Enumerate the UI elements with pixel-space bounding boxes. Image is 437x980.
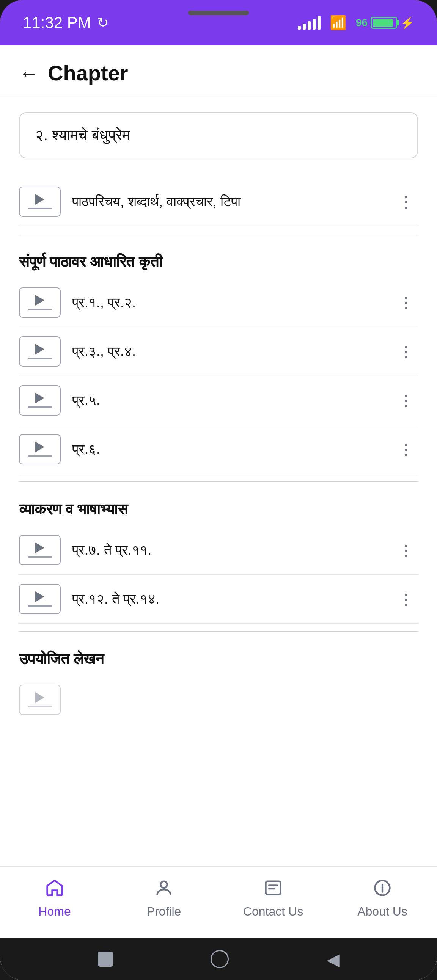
recents-button[interactable]: [98, 951, 113, 967]
svg-point-0: [161, 881, 167, 888]
section1-item-1: प्र.१., प्र.२. ⋮: [19, 278, 418, 327]
video-thumbnail-s1-1[interactable]: [19, 287, 61, 318]
nav-contact[interactable]: Contact Us: [218, 874, 328, 923]
section-heading-2: व्याकरण व भाषाभ्यास: [19, 490, 418, 526]
nav-home-label: Home: [38, 905, 70, 919]
chapter-card: २. श्यामचे बंधुप्रेम: [19, 112, 418, 159]
video-thumbnail-s1-3[interactable]: [19, 385, 61, 415]
screen: ← Chapter २. श्यामचे बंधुप्रेम पाठपरिचय,…: [0, 46, 437, 980]
divider-3: [19, 631, 418, 632]
back-button[interactable]: ←: [19, 63, 39, 83]
battery-percent: 96: [356, 17, 368, 29]
more-options-button-s2-1[interactable]: ⋮: [394, 538, 418, 562]
status-icons: 📶 96 ⚡: [298, 15, 414, 31]
divider-2: [19, 482, 418, 482]
more-options-button[interactable]: ⋮: [394, 190, 418, 213]
video-label: पाठपरिचय, शब्दार्थ, वाक्प्रचार, टिपा: [72, 194, 394, 210]
video-thumb-line: [28, 406, 52, 408]
bottom-nav: Home Profile: [0, 866, 437, 938]
nav-contact-label: Contact Us: [243, 905, 303, 919]
nav-home[interactable]: Home: [0, 874, 109, 923]
battery-icon: [371, 17, 397, 29]
nav-about[interactable]: About Us: [328, 874, 437, 923]
nav-profile-label: Profile: [147, 905, 181, 919]
video-thumb-line: [28, 605, 52, 606]
section2-item-1: प्र.७. ते प्र.११. ⋮: [19, 526, 418, 575]
video-thumb-line: [28, 556, 52, 558]
video-thumbnail-s3-partial[interactable]: [19, 685, 61, 715]
play-icon: [35, 592, 45, 602]
wifi-icon: 📶: [330, 15, 347, 31]
video-item: पाठपरिचय, शब्दार्थ, वाक्प्रचार, टिपा ⋮: [19, 177, 418, 226]
section2-item-2: प्र.१२. ते प्र.१४. ⋮: [19, 575, 418, 624]
charging-icon: ⚡: [400, 16, 414, 30]
chapter-card-text: २. श्यामचे बंधुप्रेम: [35, 127, 130, 143]
signal-bar-2: [303, 24, 306, 30]
signal-bar-1: [298, 26, 301, 30]
signal-bar-3: [308, 21, 311, 30]
signal-bar-5: [317, 16, 321, 30]
more-options-button-s1-3[interactable]: ⋮: [394, 388, 418, 412]
play-icon: [35, 393, 45, 403]
divider-1: [19, 234, 418, 234]
play-icon: [35, 194, 45, 205]
home-button[interactable]: [211, 950, 229, 968]
time-label: 11:32 PM: [23, 14, 91, 32]
play-icon: [35, 442, 45, 452]
play-icon: [35, 692, 45, 703]
back-system-button[interactable]: ◀: [327, 950, 340, 969]
video-thumbnail-s1-4[interactable]: [19, 434, 61, 465]
profile-icon: [154, 878, 174, 901]
app-header: ← Chapter: [0, 46, 437, 97]
section-heading-3: उपयोजित लेखन: [19, 639, 418, 676]
video-thumb-line: [28, 309, 52, 310]
top-indicator: [188, 11, 249, 15]
phone-inner: 11:32 PM ↻ 📶 96 ⚡: [0, 0, 437, 980]
video-thumbnail-s2-2[interactable]: [19, 584, 61, 614]
phone-frame: 11:32 PM ↻ 📶 96 ⚡: [0, 0, 437, 980]
signal-icon: [298, 16, 321, 30]
video-thumbnail-s2-1[interactable]: [19, 535, 61, 565]
nav-about-label: About Us: [357, 905, 407, 919]
video-label-s1-2: प्र.३., प्र.४.: [72, 344, 394, 360]
play-icon: [35, 344, 45, 355]
home-icon: [45, 878, 64, 901]
more-options-button-s2-2[interactable]: ⋮: [394, 587, 418, 611]
video-thumbnail[interactable]: [19, 186, 61, 217]
video-thumb-line: [28, 358, 52, 359]
video-thumb-line: [28, 706, 52, 708]
video-label-s2-1: प्र.७. ते प्र.११.: [72, 542, 394, 558]
section1-item-2: प्र.३., प्र.४. ⋮: [19, 327, 418, 376]
system-nav: ◀: [0, 938, 437, 980]
scroll-content: २. श्यामचे बंधुप्रेम पाठपरिचय, शब्दार्थ,…: [0, 97, 437, 866]
more-options-button-s1-1[interactable]: ⋮: [394, 291, 418, 314]
more-options-button-s1-4[interactable]: ⋮: [394, 438, 418, 461]
page-title: Chapter: [48, 60, 128, 85]
about-icon: [373, 878, 392, 901]
section-heading-1: संपूर्ण पाठावर आधारित कृती: [19, 242, 418, 278]
video-label-s2-2: प्र.१२. ते प्र.१४.: [72, 591, 394, 607]
video-label-s1-1: प्र.१., प्र.२.: [72, 294, 394, 310]
section1-item-3: प्र.५. ⋮: [19, 376, 418, 425]
sync-icon: ↻: [97, 15, 108, 31]
nav-profile[interactable]: Profile: [109, 874, 218, 923]
status-time: 11:32 PM ↻: [23, 14, 108, 32]
video-label-s1-3: प्र.५.: [72, 392, 394, 408]
play-icon: [35, 542, 45, 553]
video-thumb-line: [28, 208, 52, 209]
status-bar: 11:32 PM ↻ 📶 96 ⚡: [0, 0, 437, 46]
contact-icon: [263, 878, 283, 901]
video-label-s1-4: प्र.६.: [72, 441, 394, 457]
section1-item-4: प्र.६. ⋮: [19, 425, 418, 474]
video-thumb-line: [28, 455, 52, 457]
battery-fill: [373, 19, 393, 27]
more-options-button-s1-2[interactable]: ⋮: [394, 340, 418, 363]
video-thumbnail-s1-2[interactable]: [19, 336, 61, 367]
battery-container: 96 ⚡: [356, 16, 414, 30]
play-icon: [35, 295, 45, 305]
signal-bar-4: [313, 19, 316, 30]
battery-tip: [397, 20, 399, 25]
section3-item-partial: [19, 676, 418, 724]
